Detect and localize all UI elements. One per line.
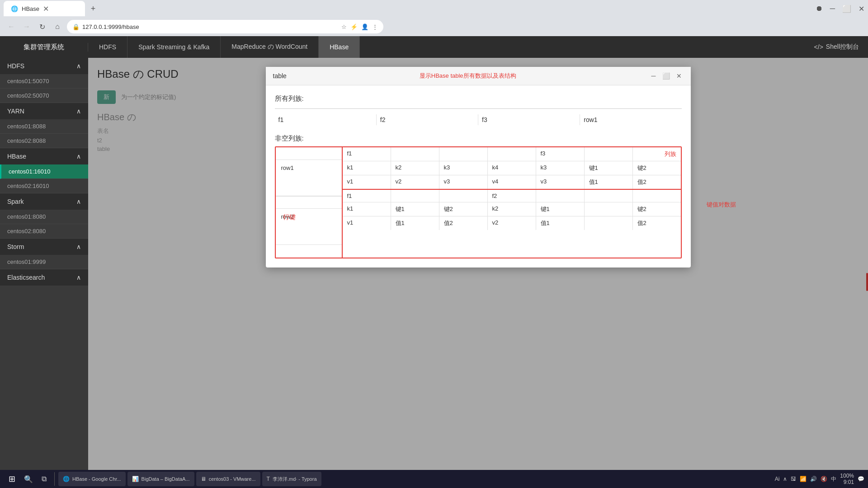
modal-header: table 显示HBase table所有数据以及表结构 ─ ⬜ ✕ <box>266 67 691 85</box>
sidebar-item-centos01-9999[interactable]: centos01:9999 <box>0 255 88 269</box>
row2-key-row: k1 键1 键2 k2 键1 键2 <box>343 202 681 216</box>
row1-cf-f1-header: f1 <box>343 147 391 161</box>
modal-controls: ─ ⬜ ✕ <box>649 71 684 80</box>
taskbar-item-typora[interactable]: T 李沛洋.md· - Typora <box>262 472 321 486</box>
record-button[interactable]: ⏺ <box>816 5 823 13</box>
taskbar-view-button[interactable]: ⧉ <box>37 472 51 486</box>
modal-dialog: table 显示HBase table所有数据以及表结构 ─ ⬜ ✕ 所有列族: <box>266 67 691 267</box>
row1-key2: 键2 <box>633 161 681 175</box>
row1-v3: v3 <box>439 175 488 189</box>
forward-button[interactable]: → <box>21 21 33 33</box>
maximize-button[interactable]: ⬜ <box>842 5 851 13</box>
row1-cf-header: f1 f3 列族 <box>343 147 681 161</box>
row2-cf-empty1 <box>391 190 439 202</box>
nav-item-hdfs[interactable]: HDFS <box>88 36 127 58</box>
all-cf-f2: f2 <box>377 114 478 125</box>
taskbar-right: Ai ∧ 🖫 📶 🔊 🔇 中 100% 9:01 💬 <box>775 473 864 485</box>
address-bar-row: ← → ↻ ⌂ 🔒 127.0.0.1:9999/hbase ☆ ⚡ 👤 ⋮ <box>0 17 868 36</box>
shell-label: Shell控制台 <box>826 43 859 51</box>
tab-close-button[interactable]: ✕ <box>43 5 49 13</box>
modal-expand-button[interactable]: ⬜ <box>662 71 671 80</box>
reload-button[interactable]: ↻ <box>36 21 48 33</box>
row1-val2: 值2 <box>633 175 681 189</box>
start-button[interactable]: ⊞ <box>4 471 20 487</box>
address-field[interactable]: 🔒 127.0.0.1:9999/hbase ☆ ⚡ 👤 ⋮ <box>67 20 383 33</box>
minimize-button[interactable]: ─ <box>830 5 835 13</box>
sidebar-item-centos01-16010[interactable]: centos01:16010 <box>0 164 88 179</box>
nav-item-hbase[interactable]: HBase <box>319 36 360 58</box>
sidebar-section-yarn[interactable]: YARN ∧ <box>0 103 88 119</box>
sidebar-item-centos02-50070[interactable]: centos02:50070 <box>0 89 88 103</box>
sidebar-collapse-hdfs-icon: ∧ <box>76 62 81 70</box>
all-families-title: 所有列族: <box>275 94 682 103</box>
sidebar-item-centos01-8080[interactable]: centos01:8080 <box>0 210 88 224</box>
row-key-annotation: 行键 <box>283 213 296 221</box>
row1-v4: v4 <box>488 175 536 189</box>
taskbar-ai-label: Ai <box>775 476 780 482</box>
row1-v1: v1 <box>343 175 391 189</box>
taskbar-network-icon: 📶 <box>800 476 807 482</box>
row1-cf-annotation: 列族 <box>633 147 681 161</box>
row1-k2: k2 <box>391 161 439 175</box>
sidebar-item-centos02-8080[interactable]: centos02:8080 <box>0 224 88 239</box>
row2-key1f2: 键1 <box>536 202 585 216</box>
table-layout: row1 row2 行键 <box>276 147 681 258</box>
back-button[interactable]: ← <box>5 21 17 33</box>
taskbar-search-button[interactable]: 🔍 <box>22 472 35 486</box>
sidebar-item-centos01-8088[interactable]: centos01:8088 <box>0 119 88 134</box>
sidebar-item-centos02-16010[interactable]: centos02:16010 <box>0 179 88 193</box>
row1-v3f3: v3 <box>536 175 585 189</box>
new-tab-button[interactable]: + <box>87 2 99 15</box>
menu-icon[interactable]: ⋮ <box>372 23 378 30</box>
taskbar-item-vmware[interactable]: 🖥 centos03 - VMware... <box>196 472 260 486</box>
sidebar-section-hdfs[interactable]: HDFS ∧ <box>0 58 88 74</box>
all-cf-f3: f3 <box>478 114 580 125</box>
row2-v1: v1 <box>343 216 391 230</box>
browser-chrome: 🌐 HBase ✕ + ⏺ ─ ⬜ ✕ ← → ↻ ⌂ 🔒 127.0.0.1:… <box>0 0 868 36</box>
modal-overlay: table 显示HBase table所有数据以及表结构 ─ ⬜ ✕ 所有列族: <box>88 58 868 488</box>
close-button[interactable]: ✕ <box>859 5 864 13</box>
taskbar-vmware-label: centos03 - VMware... <box>209 476 256 482</box>
row1-key-row: k1 k2 k3 k4 k3 键1 键2 <box>343 161 681 175</box>
taskbar-item-bigdata[interactable]: 📊 BigData – BigDataA... <box>127 472 194 486</box>
sidebar-section-spark[interactable]: Spark ∧ <box>0 193 88 210</box>
star-icon[interactable]: ☆ <box>341 23 347 30</box>
row1-cf-f3-header: f3 <box>536 147 585 161</box>
row1-cf-empty2 <box>439 147 488 161</box>
sidebar-section-hbase[interactable]: HBase ∧ <box>0 148 88 164</box>
taskbar-typora-icon: T <box>267 476 270 482</box>
taskbar-item-chrome[interactable]: 🌐 HBase - Google Chr... <box>58 472 126 486</box>
nav-item-mapreduce[interactable]: MapReduce の WordCount <box>221 36 319 58</box>
modal-close-button[interactable]: ✕ <box>675 71 684 80</box>
user-icon[interactable]: 👤 <box>361 23 368 30</box>
active-tab[interactable]: 🌐 HBase ✕ <box>4 1 85 16</box>
row2-val2: 值2 <box>439 216 488 230</box>
row2-val-row: v1 值1 值2 v2 值1 值2 <box>343 216 681 230</box>
extensions-icon[interactable]: ⚡ <box>350 23 358 30</box>
sidebar-section-storm[interactable]: Storm ∧ <box>0 239 88 255</box>
shell-button[interactable]: </> Shell控制台 <box>805 36 868 58</box>
home-button[interactable]: ⌂ <box>52 21 63 33</box>
nav-item-spark-streaming[interactable]: Spark Streaming & Kafka <box>127 36 221 58</box>
taskbar-clock: 9:01 <box>840 479 854 485</box>
sidebar-section-hbase-label: HBase <box>7 153 26 160</box>
row2-key2f2: 键2 <box>633 202 681 216</box>
taskbar-volume-label: 🔇 <box>821 476 827 482</box>
sidebar-item-centos01-50070[interactable]: centos01:50070 <box>0 74 88 89</box>
all-families-row: f1 f2 f3 row1 <box>275 108 682 125</box>
all-cf-f1: f1 <box>275 114 377 125</box>
row2-cf-empty3 <box>536 190 585 202</box>
shell-icon: </> <box>814 43 823 51</box>
taskbar-up-arrow-icon[interactable]: ∧ <box>783 476 787 482</box>
row2-cf-f2-header: f2 <box>488 190 536 202</box>
row2-cf-empty4 <box>585 190 633 202</box>
row2-cf-header: f1 f2 <box>343 190 681 202</box>
sidebar-item-centos02-8088[interactable]: centos02:8088 <box>0 134 88 148</box>
modal-minimize-button[interactable]: ─ <box>649 71 658 80</box>
sidebar-section-elasticsearch[interactable]: Elasticsearch ∧ <box>0 269 88 286</box>
taskbar-lang-label: 中 <box>831 475 836 483</box>
row2-v2: v2 <box>488 216 536 230</box>
taskbar-notification-icon[interactable]: 💬 <box>858 476 864 482</box>
lock-icon: 🔒 <box>72 23 80 30</box>
top-nav: 集群管理系统 HDFS Spark Streaming & Kafka MapR… <box>0 36 868 58</box>
